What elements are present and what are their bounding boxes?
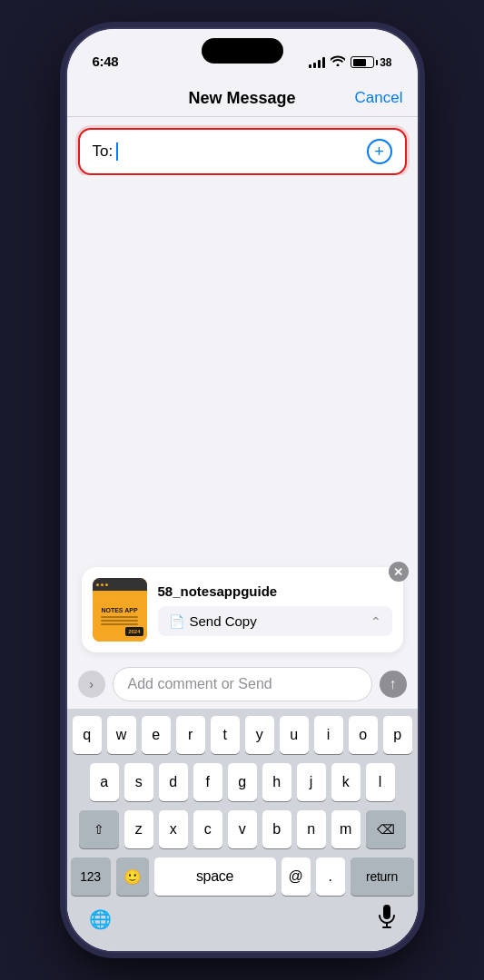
key-l[interactable]: l xyxy=(366,763,395,801)
battery-text: 38 xyxy=(380,56,391,69)
attachment-filename: 58_notesappguide xyxy=(158,583,392,599)
expand-button[interactable]: › xyxy=(78,671,105,698)
key-c[interactable]: c xyxy=(193,810,222,848)
keyboard-row-bottom: 123 🙂 space @ . return xyxy=(71,858,414,896)
signal-bars-icon xyxy=(309,57,325,68)
key-v[interactable]: v xyxy=(228,810,257,848)
key-s[interactable]: s xyxy=(124,763,153,801)
keyboard: q w e r t y u i o p a s d f g h j k xyxy=(67,709,418,899)
status-time: 6:48 xyxy=(93,54,119,69)
message-input-area: › Add comment or Send ↑ xyxy=(67,660,418,709)
key-x[interactable]: x xyxy=(159,810,188,848)
key-t[interactable]: t xyxy=(211,716,240,754)
phone-frame: 6:48 38 New xyxy=(65,27,420,953)
dynamic-island xyxy=(202,38,283,64)
remove-attachment-button[interactable]: ✕ xyxy=(389,562,409,582)
microphone-icon[interactable] xyxy=(378,905,396,933)
key-h[interactable]: h xyxy=(262,763,291,801)
send-copy-button[interactable]: 📄 Send Copy ⌃ xyxy=(158,606,392,636)
key-m[interactable]: m xyxy=(331,810,361,848)
period-key[interactable]: . xyxy=(316,858,345,896)
page-title: New Message xyxy=(188,89,295,108)
key-i[interactable]: i xyxy=(314,716,343,754)
attachment-card: ✕ NOTES APP 2024 xyxy=(82,567,403,652)
svg-rect-0 xyxy=(383,905,390,919)
message-header: New Message Cancel xyxy=(67,76,418,117)
emoji-key[interactable]: 🙂 xyxy=(116,858,149,896)
chevron-updown-icon: ⌃ xyxy=(370,614,381,629)
to-label: To: xyxy=(93,142,114,161)
to-field[interactable]: To: + xyxy=(78,128,407,175)
status-icons: 38 xyxy=(309,55,391,69)
cancel-button[interactable]: Cancel xyxy=(355,89,403,107)
at-key[interactable]: @ xyxy=(282,858,311,896)
document-icon: 📄 xyxy=(169,614,184,629)
wifi-icon xyxy=(331,55,345,69)
key-n[interactable]: n xyxy=(297,810,326,848)
attachment-section: ✕ NOTES APP 2024 xyxy=(67,567,418,660)
key-q[interactable]: q xyxy=(73,716,102,754)
attachment-info: 58_notesappguide 📄 Send Copy ⌃ xyxy=(158,583,392,636)
keyboard-row-1: q w e r t y u i o p xyxy=(71,716,414,754)
send-button[interactable]: ↑ xyxy=(380,671,407,698)
key-d[interactable]: d xyxy=(159,763,188,801)
send-copy-label: 📄 Send Copy xyxy=(169,613,257,629)
battery-icon xyxy=(351,56,374,68)
add-recipient-button[interactable]: + xyxy=(367,139,392,164)
key-o[interactable]: o xyxy=(349,716,378,754)
key-f[interactable]: f xyxy=(193,763,222,801)
key-r[interactable]: r xyxy=(176,716,205,754)
key-b[interactable]: b xyxy=(262,810,291,848)
shift-key[interactable]: ⇧ xyxy=(79,810,119,848)
comment-input[interactable]: Add comment or Send xyxy=(113,667,372,701)
key-a[interactable]: a xyxy=(90,763,119,801)
battery-fill xyxy=(353,59,367,66)
key-g[interactable]: g xyxy=(228,763,257,801)
chevron-right-icon: › xyxy=(89,677,94,691)
screen: New Message Cancel To: + ✕ xyxy=(67,76,418,951)
key-y[interactable]: y xyxy=(245,716,274,754)
message-body-area xyxy=(67,175,418,567)
delete-key[interactable]: ⌫ xyxy=(366,810,406,848)
keyboard-row-2: a s d f g h j k l xyxy=(71,763,414,801)
key-z[interactable]: z xyxy=(124,810,153,848)
key-u[interactable]: u xyxy=(280,716,309,754)
space-key[interactable]: space xyxy=(154,858,276,896)
globe-icon[interactable]: 🌐 xyxy=(89,908,112,930)
bottom-bar: 🌐 xyxy=(67,899,418,951)
attachment-thumbnail: NOTES APP 2024 xyxy=(93,578,147,642)
keyboard-row-3: ⇧ z x c v b n m ⌫ xyxy=(71,810,414,848)
to-input-area xyxy=(116,142,366,161)
cursor xyxy=(116,142,118,161)
thumbnail-badge: 2024 xyxy=(125,627,143,636)
send-up-icon: ↑ xyxy=(390,676,397,692)
return-key[interactable]: return xyxy=(351,858,414,896)
numbers-key[interactable]: 123 xyxy=(71,858,111,896)
key-e[interactable]: e xyxy=(142,716,171,754)
key-p[interactable]: p xyxy=(383,716,412,754)
key-w[interactable]: w xyxy=(107,716,136,754)
key-j[interactable]: j xyxy=(297,763,326,801)
key-k[interactable]: k xyxy=(331,763,361,801)
